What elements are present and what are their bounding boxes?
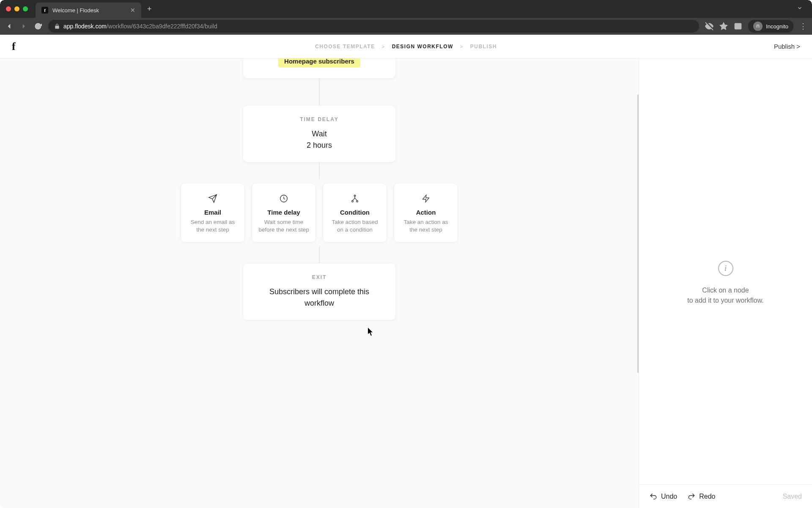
app-body: Homepage subscribers TIME DELAY Wait 2 h…	[0, 58, 812, 508]
nav-forward-button[interactable]	[19, 22, 28, 30]
picker-action[interactable]: Action Take an action as the next step	[394, 183, 458, 242]
workflow-canvas[interactable]: Homepage subscribers TIME DELAY Wait 2 h…	[0, 58, 639, 508]
picker-time-delay[interactable]: Time delay Wait some time before the nex…	[252, 183, 315, 242]
browser-menu-icon[interactable]: ⋮	[799, 22, 807, 31]
sidebar-footer: Undo Redo Saved	[639, 484, 812, 508]
browser-toolbar: app.flodesk.com/workflow/6343c2ba9dfe222…	[0, 18, 812, 35]
time-delay-node[interactable]: TIME DELAY Wait 2 hours	[243, 105, 395, 162]
tab-close-icon[interactable]: ✕	[130, 7, 135, 14]
svg-marker-9	[423, 195, 429, 202]
picker-action-title: Action	[400, 209, 452, 216]
svg-point-3	[756, 26, 758, 27]
exit-node[interactable]: EXIT Subscribers will complete this work…	[243, 263, 395, 320]
segment-node[interactable]: Homepage subscribers	[243, 58, 395, 78]
node-label: EXIT	[258, 274, 381, 280]
step-choose-template[interactable]: CHOOSE TEMPLATE	[315, 44, 375, 50]
window-zoom-icon[interactable]	[23, 6, 28, 11]
segment-pill: Homepage subscribers	[278, 58, 360, 67]
time-delay-line1: Wait	[258, 128, 381, 140]
picker-timedelay-title: Time delay	[258, 209, 310, 216]
undo-button[interactable]: Undo	[649, 492, 677, 501]
incognito-label: Incognito	[766, 23, 788, 30]
clock-icon	[258, 193, 310, 204]
browser-tab[interactable]: f Welcome | Flodesk ✕	[36, 3, 141, 18]
connector-line	[319, 78, 320, 105]
side-panel-icon[interactable]	[734, 22, 742, 30]
picker-condition-desc: Take action based on a condition	[329, 218, 381, 234]
svg-point-8	[357, 201, 358, 202]
picker-action-desc: Take an action as the next step	[400, 218, 452, 234]
browser-tab-bar: f Welcome | Flodesk ✕ +	[0, 0, 812, 18]
chevron-right-icon: >	[460, 44, 464, 49]
window-traffic-lights	[6, 6, 28, 11]
sidebar-hint-line1: Click on a node	[702, 287, 749, 294]
picker-timedelay-desc: Wait some time before the next step	[258, 218, 310, 234]
tab-favicon: f	[41, 7, 48, 14]
redo-button[interactable]: Redo	[687, 492, 715, 501]
nav-back-button[interactable]	[5, 22, 14, 30]
nav-reload-button[interactable]	[34, 22, 42, 30]
app-header: f CHOOSE TEMPLATE > DESIGN WORKFLOW > PU…	[0, 35, 812, 58]
svg-point-4	[758, 26, 760, 27]
svg-rect-1	[735, 23, 741, 29]
bookmark-star-icon[interactable]	[719, 22, 728, 30]
url-text: app.flodesk.com/workflow/6343c2ba9dfe222…	[63, 23, 217, 30]
picker-condition-title: Condition	[329, 209, 381, 216]
exit-text: Subscribers will complete this workflow	[258, 286, 381, 309]
lock-icon	[54, 23, 60, 29]
window-close-icon[interactable]	[6, 6, 11, 11]
lightning-icon	[400, 193, 452, 204]
node-label: TIME DELAY	[258, 116, 381, 122]
tab-title: Welcome | Flodesk	[52, 7, 126, 14]
app-root: f CHOOSE TEMPLATE > DESIGN WORKFLOW > PU…	[0, 35, 812, 508]
info-icon: i	[718, 261, 733, 276]
incognito-icon	[753, 22, 763, 31]
connector-line	[319, 246, 320, 263]
svg-point-6	[354, 195, 356, 197]
connector-line	[319, 162, 320, 179]
step-design-workflow[interactable]: DESIGN WORKFLOW	[392, 44, 453, 50]
chevron-right-icon: >	[382, 44, 385, 49]
svg-point-7	[352, 201, 354, 202]
new-tab-button[interactable]: +	[147, 5, 152, 14]
picker-email-title: Email	[187, 209, 239, 216]
sidebar-hint-line2: to add it to your workflow.	[687, 297, 764, 304]
workflow-steps: CHOOSE TEMPLATE > DESIGN WORKFLOW > PUBL…	[315, 44, 497, 50]
undo-label: Undo	[661, 493, 677, 500]
saved-status: Saved	[783, 493, 802, 500]
publish-button[interactable]: Publish >	[774, 43, 800, 50]
svg-marker-0	[720, 23, 727, 30]
tabs-overflow-icon[interactable]	[797, 5, 803, 13]
sidebar-hint: i Click on a node to add it to your work…	[687, 261, 764, 306]
picker-condition[interactable]: Condition Take action based on a conditi…	[323, 183, 387, 242]
window-minimize-icon[interactable]	[14, 6, 19, 11]
inspector-sidebar: i Click on a node to add it to your work…	[639, 58, 812, 508]
address-bar[interactable]: app.flodesk.com/workflow/6343c2ba9dfe222…	[48, 20, 699, 33]
flodesk-logo[interactable]: f	[12, 40, 16, 53]
step-picker: Email Send an email as the next step Tim…	[181, 183, 458, 242]
step-publish[interactable]: PUBLISH	[470, 44, 497, 50]
redo-label: Redo	[699, 493, 715, 500]
incognito-indicator[interactable]: Incognito	[748, 20, 793, 33]
time-delay-line2: 2 hours	[258, 140, 381, 151]
paper-plane-icon	[187, 193, 239, 204]
picker-email[interactable]: Email Send an email as the next step	[181, 183, 244, 242]
picker-email-desc: Send an email as the next step	[187, 218, 239, 234]
branch-icon	[329, 193, 381, 204]
eye-off-icon[interactable]	[705, 22, 713, 30]
